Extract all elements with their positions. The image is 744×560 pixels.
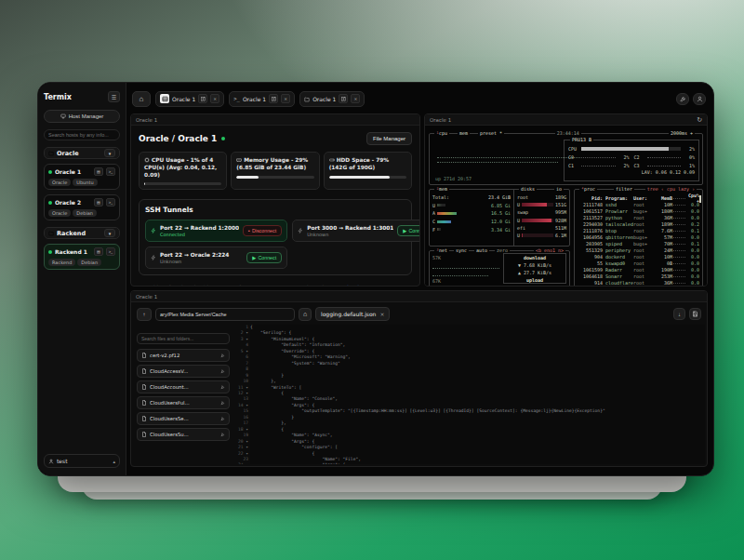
stat-label: CPU Usage - 1% of 4 CPU(s) (Avg: 0.04, 0… bbox=[144, 157, 217, 178]
host-card[interactable]: Oracle 1 ▤ >_ OracleUbuntu bbox=[44, 164, 120, 190]
tunnel-status: Unknown bbox=[307, 232, 393, 237]
host-details-button[interactable]: ▤ bbox=[94, 247, 103, 256]
split-view-button[interactable] bbox=[269, 94, 278, 103]
session-tab[interactable]: Oracle 1 × bbox=[299, 91, 365, 107]
close-tab-button[interactable]: × bbox=[351, 94, 360, 103]
host-tag: Debian bbox=[77, 259, 101, 266]
terminal-screen[interactable]: ¹cpu mem preset * 23:44:14 2000ms + up 2… bbox=[425, 126, 707, 286]
file-list: cert-v2.pf12 CloudAccessV... CloudAccoun… bbox=[137, 349, 230, 441]
process-row: 551329peripheryroot 24M0.0 bbox=[578, 247, 699, 253]
close-icon[interactable]: × bbox=[379, 311, 384, 317]
file-manager-panel: Oracle 1 ↑ ⌂ logging.default.json × bbox=[130, 290, 708, 467]
pin-icon[interactable] bbox=[220, 369, 225, 374]
tab-label: Oracle 1 bbox=[243, 96, 266, 102]
profile-button[interactable] bbox=[693, 93, 706, 105]
server-panel: Oracle 1 Oracle / Oracle 1 File Manager … bbox=[130, 113, 420, 287]
host-terminal-button[interactable]: >_ bbox=[106, 198, 115, 207]
stat-label: HDD Space - 79% (142G of 190G) bbox=[329, 157, 389, 170]
split-view-button[interactable] bbox=[198, 94, 207, 103]
arrow-up-icon: ↑ bbox=[143, 312, 146, 317]
host-group-header[interactable]: Rackend ▾ bbox=[44, 227, 120, 239]
chevron-down-icon[interactable]: ▾ bbox=[104, 229, 115, 237]
admin-settings-button[interactable] bbox=[676, 93, 689, 105]
host-name: Rackend 1 bbox=[55, 248, 91, 255]
save-button[interactable] bbox=[689, 308, 701, 320]
host-manager-button[interactable]: Host Manager bbox=[44, 110, 120, 123]
hamburger-icon: ☰ bbox=[112, 94, 116, 100]
download-button[interactable]: ↓ bbox=[673, 308, 685, 320]
host-terminal-button[interactable]: >_ bbox=[106, 247, 115, 256]
tunnel-action-button[interactable]: ▶Connect bbox=[397, 225, 420, 236]
file-item[interactable]: CloudUsersFul... bbox=[137, 396, 230, 409]
tunnel-list: Port 22 → Rackend 1:2000 Connected ▪Disc… bbox=[145, 220, 405, 269]
split-icon bbox=[272, 97, 276, 101]
file-icon bbox=[141, 400, 147, 406]
tunnel-action-button[interactable]: ▶Connect bbox=[246, 252, 282, 263]
process-row: 2111748sshdroot 10M0.0 bbox=[578, 201, 699, 207]
host-search-input[interactable] bbox=[44, 129, 120, 140]
monitor-icon bbox=[60, 113, 66, 119]
session-tab[interactable]: Oracle 1 × bbox=[155, 91, 224, 107]
code-editor[interactable]: 12 ▾3 ▾45 ▾67891011 ▾12 ▾1314 ▾15161718 … bbox=[235, 325, 705, 464]
github-link[interactable]: GitHub! bbox=[343, 285, 363, 287]
pin-icon[interactable] bbox=[220, 433, 225, 437]
host-card[interactable]: Rackend 1 ▤ >_ RackendDebian bbox=[44, 244, 120, 270]
pin-icon[interactable] bbox=[220, 385, 225, 390]
close-tab-button[interactable]: × bbox=[210, 94, 219, 103]
pin-icon[interactable] bbox=[220, 401, 225, 406]
file-search-input[interactable] bbox=[137, 333, 230, 344]
file-item[interactable]: CloudAccount... bbox=[137, 380, 230, 393]
file-name: cert-v2.pf12 bbox=[150, 353, 218, 358]
stat-card: CPU Usage - 1% of 4 CPU(s) (Avg: 0.04, 0… bbox=[139, 152, 227, 190]
host-terminal-button[interactable]: >_ bbox=[106, 167, 115, 176]
file-item[interactable]: CloudUsersSe... bbox=[137, 412, 230, 425]
host-card[interactable]: Oracle 2 ▤ >_ OracleDebian bbox=[44, 194, 120, 220]
pin-icon[interactable] bbox=[220, 417, 225, 421]
file-item[interactable]: CloudUsersSu... bbox=[137, 428, 230, 441]
file-manager-button[interactable]: File Manager bbox=[366, 132, 412, 145]
stat-progress-bar bbox=[329, 176, 406, 179]
server-panel-label: Oracle 1 bbox=[136, 117, 157, 123]
host-group-header[interactable]: Oracle ▾ bbox=[44, 147, 120, 159]
refresh-icon[interactable]: ↻ bbox=[697, 116, 702, 124]
tunnel-action-button[interactable]: ▪Disconnect bbox=[243, 225, 282, 236]
host-manager-label: Host Manager bbox=[69, 113, 104, 119]
tunnel-route: Port 3000 → Rackend 1:3001 bbox=[307, 225, 393, 231]
close-tab-button[interactable]: × bbox=[281, 94, 290, 103]
stat-card: Memory Usage - 29% (6.85 GiB of 23.44 Gi… bbox=[231, 152, 319, 190]
host-group: Rackend ▾ Rackend 1 ▤ >_ RackendDebian bbox=[44, 227, 120, 270]
pin-icon[interactable] bbox=[220, 353, 225, 358]
host-name: Oracle 2 bbox=[55, 199, 91, 206]
process-row: 1061599Radarrroot 190M0.0 bbox=[578, 266, 699, 273]
home-tab-button[interactable]: ⌂ bbox=[132, 91, 151, 107]
host-details-button[interactable]: ▤ bbox=[94, 198, 103, 207]
wrench-icon bbox=[680, 96, 686, 102]
group-name: Oracle bbox=[57, 150, 101, 157]
editor-file-tab[interactable]: logging.default.json × bbox=[315, 307, 390, 321]
chevron-down-icon[interactable]: ▾ bbox=[104, 149, 115, 157]
host-details-button[interactable]: ▤ bbox=[94, 167, 103, 176]
user-icon bbox=[48, 459, 54, 464]
file-name: CloudUsersSe... bbox=[150, 416, 218, 421]
host-tag: Ubuntu bbox=[73, 179, 97, 186]
file-item[interactable]: CloudAccessV... bbox=[137, 365, 230, 378]
btop-cpu-meter-box: PRU13 B CPU2% C02% C20% C12% C31% LAV: 0… bbox=[564, 140, 699, 181]
process-row: 1064618Sonarrroot 253M0.0 bbox=[578, 273, 699, 279]
user-menu[interactable]: test ▴ bbox=[44, 454, 120, 468]
tab-label: Oracle 1 bbox=[172, 96, 195, 102]
server-icon bbox=[162, 96, 168, 102]
parent-directory-button[interactable]: ↑ bbox=[137, 308, 152, 321]
editor-home-button[interactable]: ⌂ bbox=[299, 308, 312, 321]
play-icon: ▶ bbox=[403, 228, 406, 233]
sidebar-menu-button[interactable]: ☰ bbox=[108, 91, 120, 102]
file-item[interactable]: cert-v2.pf12 bbox=[137, 349, 230, 362]
stat-progress-bar bbox=[236, 176, 313, 179]
breadcrumb: Oracle / Oracle 1 bbox=[139, 134, 217, 143]
btop-mem-box: ²mem disks io Total:23.4 GiB U6.85 GiA16… bbox=[429, 189, 570, 247]
session-tab[interactable]: >_ Oracle 1 × bbox=[229, 91, 295, 107]
split-view-button[interactable] bbox=[339, 94, 348, 103]
group-name: Rackend bbox=[57, 230, 101, 237]
process-row: 904dockerdroot 10M0.0 bbox=[578, 253, 699, 260]
path-input[interactable] bbox=[155, 308, 295, 321]
session-tabs: Oracle 1 × >_ Oracle 1 × Oracle 1 × bbox=[155, 91, 365, 107]
